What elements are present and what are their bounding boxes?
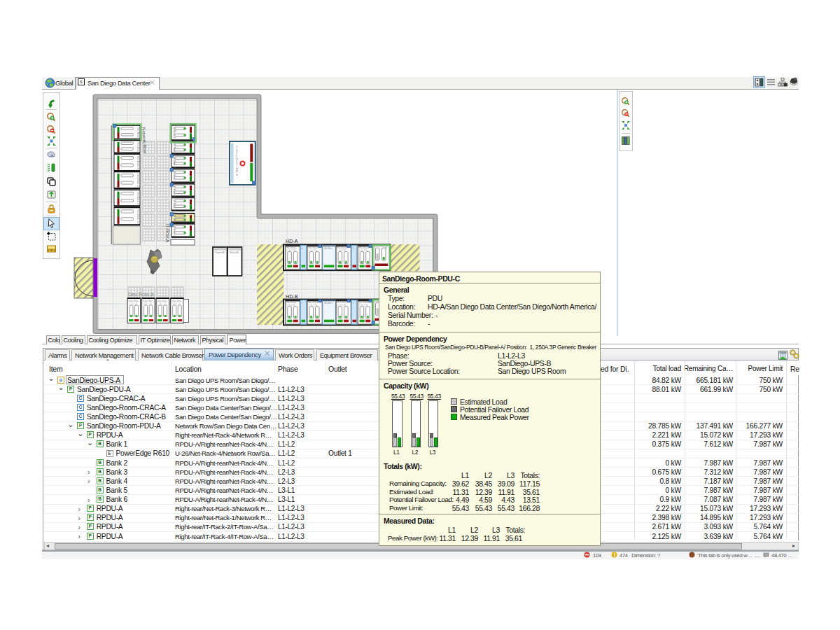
svg-text:IT-Row-A: IT-Row-A bbox=[165, 224, 170, 243]
svg-text:1.7k 1.5k: 1.7k 1.5k bbox=[286, 304, 295, 307]
svg-text:HD-B: HD-B bbox=[286, 293, 298, 300]
svg-text:1.7k 1.5k: 1.7k 1.5k bbox=[359, 249, 368, 252]
svg-text:Net-Rack 5U: Net-Rack 5U bbox=[136, 192, 139, 206]
svg-text:L: L bbox=[302, 247, 303, 250]
svg-text:Dev-Row-A: Dev-Row-A bbox=[128, 291, 154, 298]
svg-text:SD-Env: SD-Env bbox=[324, 247, 332, 250]
svg-text:IT-Rack 3U: IT-Rack 3U bbox=[173, 186, 176, 199]
svg-text:IT-Rack 4U: IT-Rack 4U bbox=[173, 157, 176, 169]
svg-text:IT-Rack 3U: IT-Rack 3U bbox=[173, 171, 176, 183]
svg-text:L: L bbox=[353, 247, 354, 250]
svg-text:SD-Env: SD-Env bbox=[324, 302, 332, 304]
svg-text:1.7k 1.5k: 1.7k 1.5k bbox=[309, 249, 318, 252]
svg-text:1.7k 1.5k: 1.7k 1.5k bbox=[337, 304, 346, 307]
svg-text:HD-A: HD-A bbox=[286, 238, 298, 244]
svg-text:L: L bbox=[302, 302, 303, 304]
svg-text:1.2k 1.2k: 1.2k 1.2k bbox=[172, 302, 181, 305]
svg-text:1.7k 1.5k: 1.7k 1.5k bbox=[286, 249, 295, 252]
svg-text:SanDiego Room CRAC A: SanDiego Room CRAC A bbox=[235, 146, 238, 176]
svg-text:Net-Rack 2U: Net-Rack 2U bbox=[136, 209, 139, 224]
svg-text:IT-Rack 2U: IT-Rack 2U bbox=[173, 200, 176, 213]
svg-text:WaterBl..: WaterBl.. bbox=[230, 251, 240, 254]
svg-text:L: L bbox=[353, 302, 354, 304]
svg-text:1.7k 1.5k: 1.7k 1.5k bbox=[359, 304, 368, 307]
svg-text:IT-Rack 3U: IT-Rack 3U bbox=[173, 127, 176, 140]
svg-text:■: ■ bbox=[385, 246, 386, 249]
svg-text:IT-Rack 4U: IT-Rack 4U bbox=[173, 226, 176, 239]
svg-text:PowerBl..: PowerBl.. bbox=[215, 251, 225, 254]
svg-text:1.2k 1.2k: 1.2k 1.2k bbox=[129, 302, 138, 305]
svg-text:1.7k 1.5k: 1.7k 1.5k bbox=[337, 249, 346, 252]
svg-text:1.2k 1.2k: 1.2k 1.2k bbox=[158, 302, 167, 305]
svg-text:1.7k 1.5k: 1.7k 1.5k bbox=[309, 304, 318, 307]
svg-text:1.2k 1.2k: 1.2k 1.2k bbox=[143, 302, 152, 305]
svg-text:Net-Rack 3U: Net-Rack 3U bbox=[136, 156, 139, 171]
svg-text:Net-Rack 0U: Net-Rack 0U bbox=[136, 174, 139, 188]
